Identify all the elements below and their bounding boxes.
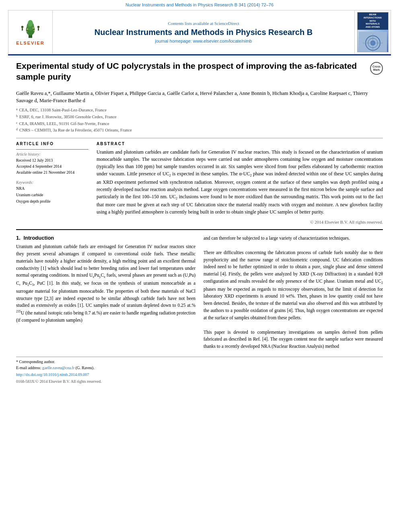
svg-point-10 xyxy=(37,26,39,28)
elsevier-logo-area: ELSEVIER xyxy=(8,10,53,54)
history-label: Article history: xyxy=(16,152,88,156)
doi-line: http://dx.doi.org/10.1016/j.nimb.2014.09… xyxy=(16,372,383,377)
sciencedirect-link: Contents lists available at ScienceDirec… xyxy=(168,21,239,26)
beam-interactions-label: BEAM INTERACTIONS WITH MATERIALS AND ATO… xyxy=(358,12,388,30)
beam-interactions-box: BEAM INTERACTIONS WITH MATERIALS AND ATO… xyxy=(357,12,389,52)
beam-interactions-image xyxy=(358,30,388,52)
authors-line: Gaëlle Raveu a,*, Guillaume Martin a, Ol… xyxy=(16,90,383,105)
article-info-abstract: ARTICLE INFO Article history: Received 1… xyxy=(16,142,383,224)
svg-rect-11 xyxy=(38,28,39,31)
affiliation-c: c CEA, IRAMIS, LEEL, 91191 Gif-Sur-Yvett… xyxy=(16,121,383,127)
svg-point-5 xyxy=(33,27,34,29)
article-info-divider xyxy=(16,149,88,150)
article-title: Experimental study of UC polycrystals in… xyxy=(16,60,366,82)
available-online: Available online 21 November 2014 xyxy=(16,169,88,175)
svg-point-7 xyxy=(33,30,35,31)
footnotes-section: * Corresponding author. E-mail address: … xyxy=(16,357,383,384)
crossmark-icon: CrossMark xyxy=(370,62,383,75)
article-history: Article history: Received 12 July 2013 A… xyxy=(16,152,88,175)
journal-homepage: journal homepage: www.elsevier.com/locat… xyxy=(155,39,252,43)
article-info-column: ARTICLE INFO Article history: Received 1… xyxy=(16,142,88,224)
introduction-section: 1. Introduction Uranium and plutonium ca… xyxy=(16,235,383,350)
article-title-area: Experimental study of UC polycrystals in… xyxy=(16,60,383,86)
journal-citation: Nuclear Instruments and Methods in Physi… xyxy=(125,2,274,7)
main-content: Experimental study of UC polycrystals in… xyxy=(0,55,399,388)
svg-point-8 xyxy=(21,26,23,28)
journal-top-link: Nuclear Instruments and Methods in Physi… xyxy=(0,0,399,8)
email-link[interactable]: gaelle.raveu@cea.fr xyxy=(42,366,74,370)
keywords-section: Keywords: NRA Uranium carbide Oxygen dep… xyxy=(16,180,88,205)
received-date: Received 12 July 2013 xyxy=(16,157,88,163)
intro-left-column: 1. Introduction Uranium and plutonium ca… xyxy=(16,235,195,350)
doi-link[interactable]: http://dx.doi.org/10.1016/j.nimb.2014.09… xyxy=(16,372,383,377)
footer-copyright: 0168-583X/© 2014 Elsevier B.V. All right… xyxy=(16,379,383,384)
elsevier-tree-icon xyxy=(19,19,41,39)
svg-point-6 xyxy=(26,31,27,32)
abstract-text: Uranium and plutonium carbides are candi… xyxy=(97,148,383,216)
journal-header: ELSEVIER Contents lists available at Sci… xyxy=(8,10,391,54)
intro-right-column: and can therefore be subjected to a larg… xyxy=(204,235,383,350)
abstract-column: ABSTRACT Uranium and plutonium carbides … xyxy=(97,142,383,224)
article-info-heading: ARTICLE INFO xyxy=(16,142,88,146)
accepted-date: Accepted 4 September 2014 xyxy=(16,163,88,169)
affiliation-d: d CNRS – CEMHTI, 3a Rue de la Férollerie… xyxy=(16,127,383,134)
beam-visual-icon xyxy=(359,32,387,52)
keywords-label: Keywords: xyxy=(16,180,88,185)
abstract-heading: ABSTRACT xyxy=(97,142,383,146)
keyword-nra: NRA xyxy=(16,185,88,192)
beam-interactions-area: BEAM INTERACTIONS WITH MATERIALS AND ATO… xyxy=(354,10,391,54)
journal-title-area: Contents lists available at ScienceDirec… xyxy=(53,10,354,54)
affiliations-section: a CEA, DEC, 13108 Saint-Paul-Lez-Durance… xyxy=(16,107,383,134)
intro-section-title: 1. Introduction xyxy=(16,235,195,241)
corresponding-author-note: * Corresponding author. xyxy=(16,359,383,365)
keyword-oxygen-depth: Oxygen depth profile xyxy=(16,198,88,205)
intro-left-text: Uranium and plutonium carbide fuels are … xyxy=(16,243,195,324)
email-note: E-mail address: gaelle.raveu@cea.fr (G. … xyxy=(16,365,383,371)
sciencedirect-text: ScienceDirect xyxy=(214,21,239,26)
svg-rect-9 xyxy=(22,28,23,31)
svg-point-3 xyxy=(28,20,33,27)
journal-title: Nuclear Instruments and Methods in Physi… xyxy=(95,27,313,37)
affiliation-a: a CEA, DEC, 13108 Saint-Paul-Lez-Durance… xyxy=(16,107,383,114)
section-divider xyxy=(16,229,383,230)
elsevier-logo: ELSEVIER xyxy=(16,19,44,45)
affiliation-b: b ESRF, 6, rue J. Horowitz, 38500 Grenob… xyxy=(16,114,383,121)
intro-right-text: and can therefore be subjected to a larg… xyxy=(204,235,383,350)
crossmark-badge: CrossMark xyxy=(370,62,383,75)
keyword-uranium-carbide: Uranium carbide xyxy=(16,192,88,198)
elsevier-wordmark: ELSEVIER xyxy=(16,41,44,45)
journal-url: www.elsevier.com/locate/nimb xyxy=(193,39,252,43)
copyright-notice: © 2014 Elsevier B.V. All rights reserved… xyxy=(97,220,383,224)
divider-after-affiliations xyxy=(16,138,383,138)
svg-point-4 xyxy=(27,29,28,30)
